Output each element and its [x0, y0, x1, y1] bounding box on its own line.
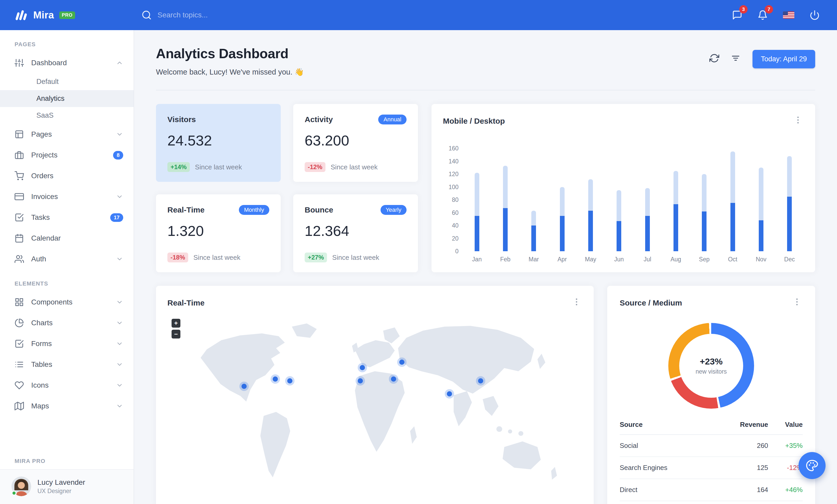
y-tick-label: 20: [452, 235, 459, 242]
search-input[interactable]: [158, 11, 277, 19]
stat-value: 12.364: [305, 222, 407, 239]
sidebar-subitem-saas[interactable]: SaaS: [0, 107, 133, 124]
navbar-search: [141, 10, 277, 20]
value-cell: -12%: [768, 457, 803, 479]
sidebar-item-tables[interactable]: Tables: [0, 354, 133, 375]
brand[interactable]: Mira PRO: [0, 8, 134, 22]
bar-jun: [605, 148, 633, 251]
period-badge[interactable]: Monthly: [239, 205, 269, 215]
messages-button[interactable]: 3: [726, 5, 748, 25]
zoom-out-button[interactable]: −: [172, 330, 180, 338]
sidebar-item-maps[interactable]: Maps: [0, 396, 133, 416]
top-navbar: Mira PRO 3 7: [0, 0, 837, 30]
sidebar-section-elements: ELEMENTS: [0, 269, 133, 292]
welcome-text: Welcome back, Lucy! We've missed you. 👋: [156, 68, 304, 76]
revenue-cell: 260: [713, 435, 768, 457]
sidebar-item-dashboard[interactable]: Dashboard: [0, 53, 133, 73]
stat-title: Visitors: [167, 115, 196, 124]
map-marker: [399, 359, 405, 365]
card-menu-button[interactable]: [571, 296, 582, 310]
sidebar-section-mira-pro: MIRA PRO: [0, 447, 133, 469]
revenue-header: Revenue: [713, 415, 768, 435]
sidebar-item-pages[interactable]: Pages: [0, 124, 133, 145]
stat-delta-badge: +27%: [305, 253, 327, 262]
brand-name: Mira: [33, 10, 54, 21]
heart-icon: [15, 380, 24, 390]
y-tick-label: 100: [449, 183, 459, 190]
refresh-button[interactable]: [707, 51, 722, 68]
bar-may: [576, 148, 605, 251]
y-tick-label: 140: [449, 158, 459, 165]
refresh-icon: [709, 53, 719, 63]
sidebar-item-orders[interactable]: Orders: [0, 166, 133, 186]
zoom-in-button[interactable]: +: [172, 319, 180, 328]
world-map[interactable]: + −: [167, 312, 582, 499]
sidebar-subitem-analytics[interactable]: Analytics: [0, 90, 133, 107]
calendar-icon: [15, 234, 24, 243]
date-range-button[interactable]: Today: April 29: [752, 50, 815, 68]
source-header: Source: [620, 415, 713, 435]
navbar-actions: 3 7: [726, 5, 837, 25]
y-tick-label: 0: [455, 248, 459, 255]
stat-delta-badge: -18%: [167, 253, 188, 262]
header-divider: [156, 90, 815, 90]
chevron-down-icon: [116, 340, 123, 347]
chevron-up-icon: [116, 59, 123, 67]
card-menu-button[interactable]: [791, 296, 803, 310]
notifications-button[interactable]: 7: [752, 5, 773, 25]
source-row-direct: Direct164+46%: [620, 479, 803, 501]
bar-feb: [491, 148, 519, 251]
x-tick-label: Dec: [776, 256, 804, 263]
sidebar-item-tasks[interactable]: Tasks17: [0, 207, 133, 228]
x-tick-label: Oct: [718, 256, 747, 263]
filter-icon: [731, 53, 741, 63]
users-icon: [15, 254, 24, 264]
sidebar-item-invoices[interactable]: Invoices: [0, 186, 133, 207]
bar-aug: [661, 148, 690, 251]
card-menu-button[interactable]: [792, 114, 804, 128]
x-tick-label: Jul: [633, 256, 661, 263]
logout-button[interactable]: [804, 5, 825, 25]
theme-settings-button[interactable]: [799, 452, 825, 479]
bar-oct: [718, 148, 747, 251]
chevron-down-icon: [116, 319, 123, 326]
sidebar-item-label: Dashboard: [31, 59, 109, 67]
map-icon: [15, 402, 24, 411]
sidebar-item-components[interactable]: Components: [0, 292, 133, 313]
period-badge[interactable]: Annual: [378, 115, 407, 125]
bar-dec: [776, 148, 804, 251]
sidebar-item-charts[interactable]: Charts: [0, 313, 133, 333]
value-cell: +35%: [768, 435, 803, 457]
activity-card: Activity Annual 63.200 -12% Since last w…: [293, 104, 418, 182]
user-role: UX Designer: [37, 488, 85, 494]
sidebar-item-forms[interactable]: Forms: [0, 333, 133, 354]
value-cell: +46%: [768, 479, 803, 501]
sidebar-item-badge: 8: [113, 151, 123, 160]
stat-caption: Since last week: [195, 163, 242, 171]
sidebar-item-projects[interactable]: Projects8: [0, 145, 133, 166]
map-marker: [287, 378, 292, 384]
sidebar-item-calendar[interactable]: Calendar: [0, 228, 133, 249]
source-cell: Social: [620, 435, 713, 457]
source-row-social: Social260+35%: [620, 435, 803, 457]
bar-mar: [520, 148, 548, 251]
pro-badge: PRO: [59, 12, 75, 19]
filter-button[interactable]: [728, 51, 743, 68]
x-tick-label: Jun: [605, 256, 633, 263]
period-badge[interactable]: Yearly: [380, 205, 407, 215]
bar-sep: [690, 148, 718, 251]
y-tick-label: 60: [452, 209, 459, 216]
bar-plot: [463, 148, 804, 251]
sidebar-item-icons[interactable]: Icons: [0, 375, 133, 396]
sidebar-item-auth[interactable]: Auth: [0, 249, 133, 269]
chevron-down-icon: [116, 131, 123, 138]
value-header: Value: [768, 415, 803, 435]
map-marker: [478, 378, 483, 384]
language-button[interactable]: [777, 7, 800, 23]
stat-title: Activity: [305, 115, 333, 124]
sidebar-user[interactable]: Lucy Lavender UX Designer: [0, 469, 133, 504]
palette-icon: [805, 459, 819, 472]
sidebar-subitem-default[interactable]: Default: [0, 73, 133, 90]
bar-nov: [747, 148, 775, 251]
donut-chart-wrap: +23% new visitors: [620, 323, 803, 409]
